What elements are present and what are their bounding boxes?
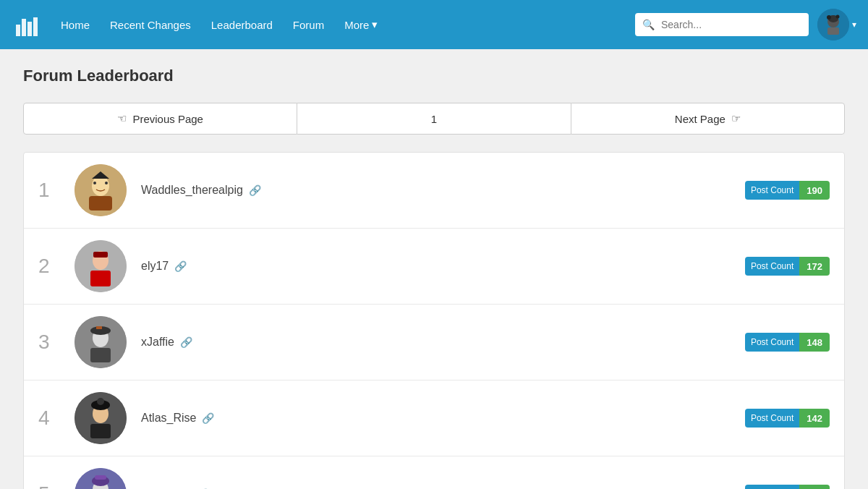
table-row: 5 Jblocksss 🔗 Post Count 113 — [24, 456, 844, 489]
svg-point-11 — [92, 176, 109, 196]
avatar-2 — [75, 240, 127, 292]
page-title: Forum Leaderboard — [23, 67, 845, 85]
next-icon: ☞ — [731, 112, 741, 125]
profile-link-icon-3[interactable]: 🔗 — [180, 336, 192, 348]
rank-3: 3 — [38, 331, 75, 354]
next-page-button[interactable]: Next Page ☞ — [571, 103, 845, 135]
more-dropdown-icon: ▾ — [372, 18, 378, 31]
nav-home[interactable]: Home — [52, 14, 98, 35]
site-logo[interactable] — [12, 9, 43, 41]
prev-icon: ☜ — [117, 112, 127, 125]
svg-rect-34 — [95, 475, 106, 480]
avatar-1 — [75, 164, 127, 216]
profile-link-icon-2[interactable]: 🔗 — [174, 260, 187, 272]
svg-point-14 — [93, 182, 96, 184]
username-2: ely17 🔗 — [141, 260, 745, 273]
table-row: 4 Atlas_Rise 🔗 Post Count 142 — [24, 380, 844, 456]
svg-rect-3 — [33, 17, 38, 36]
svg-rect-2 — [27, 22, 32, 36]
search-icon: 🔍 — [642, 19, 655, 30]
svg-rect-0 — [16, 25, 20, 36]
user-avatar-wrapper[interactable]: ▾ — [817, 9, 856, 41]
current-page-indicator: 1 — [297, 103, 570, 135]
main-content: Forum Leaderboard ☜ Previous Page 1 Next… — [0, 49, 868, 489]
svg-point-15 — [105, 182, 108, 184]
avatar-dropdown-icon: ▾ — [852, 20, 856, 30]
navbar: Home Recent Changes Leaderboard Forum Mo… — [0, 0, 868, 49]
svg-rect-18 — [90, 271, 111, 286]
svg-rect-22 — [90, 348, 111, 362]
profile-link-icon-1[interactable]: 🔗 — [249, 184, 261, 196]
rank-4: 4 — [38, 407, 75, 430]
pagination: ☜ Previous Page 1 Next Page ☞ — [23, 103, 845, 135]
svg-rect-19 — [93, 252, 108, 258]
username-3: xJaffie 🔗 — [141, 336, 745, 349]
search-container: 🔍 — [635, 13, 809, 36]
nav-forum[interactable]: Forum — [284, 14, 333, 35]
avatar-5 — [75, 468, 127, 489]
nav-leaderboard[interactable]: Leaderboard — [203, 14, 281, 35]
avatar-3 — [75, 316, 127, 368]
profile-link-icon-4[interactable]: 🔗 — [202, 412, 214, 424]
username-1: Waddles_therealpig 🔗 — [141, 184, 745, 197]
svg-point-7 — [827, 15, 831, 20]
prev-page-button[interactable]: ☜ Previous Page — [23, 103, 297, 135]
table-row: 1 Waddles_therealpig 🔗 Post Count 190 — [24, 153, 844, 229]
post-count-badge-2: Post Count 172 — [745, 257, 830, 276]
nav-more[interactable]: More ▾ — [336, 14, 386, 35]
svg-rect-9 — [827, 27, 839, 35]
username-4: Atlas_Rise 🔗 — [141, 412, 745, 425]
post-count-badge-4: Post Count 142 — [745, 409, 830, 428]
svg-rect-27 — [90, 424, 111, 438]
leaderboard-table: 1 Waddles_therealpig 🔗 Post Count 190 — [23, 152, 845, 489]
svg-rect-24 — [96, 326, 102, 329]
user-avatar[interactable] — [817, 9, 849, 41]
post-count-badge-5: Post Count 113 — [745, 485, 830, 489]
table-row: 2 ely17 🔗 Post Count 172 — [24, 229, 844, 305]
navbar-links: Home Recent Changes Leaderboard Forum Mo… — [52, 14, 635, 35]
search-input[interactable] — [635, 13, 809, 36]
svg-point-8 — [836, 15, 840, 19]
post-count-badge-1: Post Count 190 — [745, 181, 830, 200]
table-row: 3 xJaffie 🔗 Post Count 148 — [24, 305, 844, 380]
rank-2: 2 — [38, 255, 75, 278]
rank-1: 1 — [38, 179, 75, 202]
nav-recent-changes[interactable]: Recent Changes — [101, 14, 200, 35]
svg-rect-1 — [22, 19, 26, 36]
avatar-4 — [75, 392, 127, 444]
rank-5: 5 — [38, 482, 75, 489]
svg-rect-12 — [89, 196, 112, 211]
post-count-badge-3: Post Count 148 — [745, 333, 830, 352]
svg-point-29 — [97, 398, 104, 405]
